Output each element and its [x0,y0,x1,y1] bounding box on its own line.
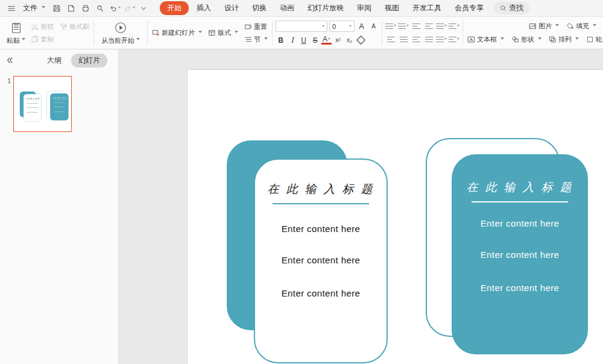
subscript-button[interactable]: x₂ [344,35,355,45]
outline-tab[interactable]: 大纲 [42,54,66,67]
group-separator [463,20,463,45]
right-content-line-3[interactable]: Enter content here [452,283,588,293]
print-icon[interactable] [79,2,92,14]
slideshow-group: 从当前开始 [97,19,144,47]
arrange-label: 排列 [558,35,572,44]
tab-animation[interactable]: 动画 [274,1,300,15]
bold-button[interactable]: B [276,35,286,45]
decrease-indent-icon[interactable] [411,22,421,31]
tab-review[interactable]: 审阅 [352,1,377,15]
file-menu-label: 文件 [23,3,37,13]
clear-format-icon [356,35,366,45]
arrange-button[interactable]: 排列 [548,34,580,45]
tab-transition[interactable]: 切换 [247,1,272,15]
right-card[interactable]: 在 此 输 入 标 题 Enter content here Enter con… [452,154,588,354]
bullet-list-icon[interactable] [385,22,396,31]
tab-design[interactable]: 设计 [219,1,244,15]
reset-button[interactable]: 重置 [243,22,269,32]
export-icon[interactable] [65,2,78,14]
copy-button[interactable]: 复制 [30,34,55,45]
increase-indent-icon[interactable] [423,22,434,31]
ribbon-tabs: 开始 插入 设计 切换 动画 幻灯片放映 审阅 视图 开发工具 会员专享 [160,1,489,15]
shapes-icon [511,36,519,43]
print-preview-icon[interactable] [93,2,107,14]
file-menu[interactable]: 文件 [19,2,49,14]
align-right-icon[interactable] [411,35,421,44]
right-card-title[interactable]: 在 此 输 入 标 题 [452,180,588,195]
font-name-combo[interactable] [276,20,327,32]
left-card-title[interactable]: 在 此 输 入 标 题 [255,181,387,197]
picture-label: 图片 [538,22,552,31]
title-underline [472,201,568,202]
font-size-combo[interactable]: 0 [329,20,355,32]
tab-member[interactable]: 会员专享 [449,1,489,15]
tab-view[interactable]: 视图 [379,1,405,15]
align-left-icon[interactable] [385,35,396,44]
slides-group: 新建幻灯片 版式 重置 节 [151,19,269,47]
tab-insert[interactable]: 插入 [191,1,216,15]
undo-icon[interactable] [108,2,121,14]
find-pill[interactable]: 查找 [494,2,529,14]
left-content-line-1[interactable]: Enter content here [255,224,387,234]
play-circle-icon [114,21,127,34]
save-icon[interactable] [50,2,63,14]
picture-button[interactable]: 图片 [528,21,560,31]
slides-tab[interactable]: 幻灯片 [71,54,107,67]
content-line: Enter content here [50,102,69,103]
align-center-icon[interactable] [398,35,409,44]
paste-button[interactable]: 粘贴 [2,20,30,46]
tab-devtools[interactable]: 开发工具 [407,1,447,15]
text-direction-icon[interactable] [449,22,459,31]
layout-label: 版式 [218,28,231,37]
paragraph-group [385,19,459,47]
font-color-button[interactable]: A [321,36,332,45]
panel-header: 大纲 幻灯片 [0,49,118,71]
right-content-line-1[interactable]: Enter content here [452,218,588,228]
slide-1-thumbnail[interactable]: 在 此 输 入 标 题 Enter content here Enter con… [13,76,72,132]
find-label: 查找 [509,3,523,13]
distribute-horizontal-icon[interactable] [436,35,447,44]
shapes-label: 形状 [521,35,534,44]
cut-label: 剪切 [40,22,54,31]
left-card[interactable]: 在 此 输 入 标 题 Enter content here Enter con… [254,158,388,363]
shapes-button[interactable]: 形状 [510,34,543,45]
tab-home[interactable]: 开始 [160,1,189,15]
redo-icon[interactable] [122,2,136,14]
content-line: Enter content here [24,107,41,108]
shape-outline-button[interactable]: 轮廓 [585,34,603,45]
menubar: 文件 开始 插入 设计 切换 动画 幻灯片放映 审阅 [0,0,603,17]
distribute-vertical-icon[interactable] [449,35,459,44]
cut-button[interactable]: 剪切 [30,22,55,32]
text-box-button[interactable]: 文本框 [466,34,505,45]
underline-button[interactable]: U [298,35,309,45]
line-spacing-icon[interactable] [436,22,447,31]
layout-button[interactable]: 版式 [207,28,239,38]
clear-format-button[interactable] [356,35,366,45]
fill-button[interactable]: 填充 [565,21,598,31]
grow-font-button[interactable]: A [356,21,367,31]
hamburger-menu-icon[interactable] [5,2,18,14]
numbered-list-icon[interactable] [398,22,409,31]
collapse-panel-icon[interactable] [6,57,13,64]
italic-button[interactable]: I [287,35,297,45]
strikethrough-button[interactable]: S [310,35,320,45]
shrink-font-button[interactable]: A [368,21,379,31]
slide-panel: 大纲 幻灯片 1 在 此 输 入 标 题 Enter content here [0,49,119,364]
right-content-line-2[interactable]: Enter content here [452,249,588,260]
new-slide-button[interactable]: 新建幻灯片 [151,28,203,38]
left-content-line-2[interactable]: Enter content here [255,255,387,265]
main-area: 大纲 幻灯片 1 在 此 输 入 标 题 Enter content here [0,49,603,364]
left-content-line-3[interactable]: Enter content here [255,288,387,298]
more-commands-icon[interactable] [137,2,150,14]
copy-icon [31,36,39,43]
text-box-icon [467,36,475,43]
arrange-icon [549,36,557,43]
justify-icon[interactable] [423,35,434,44]
section-button[interactable]: 节 [243,34,269,45]
text-box-label: 文本框 [477,35,497,44]
superscript-button[interactable]: x² [333,35,343,45]
start-from-current-button[interactable]: 从当前开始 [97,20,144,46]
slide-1[interactable]: 在 此 输 入 标 题 Enter content here Enter con… [187,69,603,364]
tab-slideshow[interactable]: 幻灯片放映 [302,1,349,15]
format-painter-button[interactable]: 格式刷 [58,22,90,32]
